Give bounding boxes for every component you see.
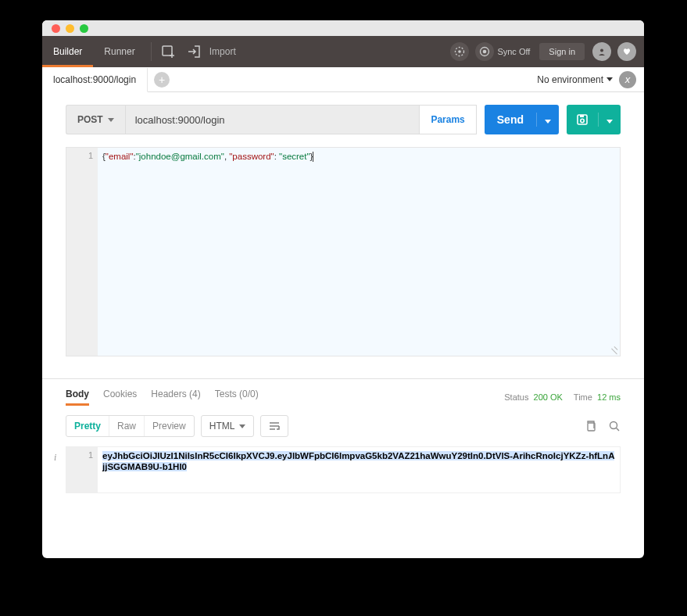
topbar-divider — [151, 42, 152, 61]
close-dot[interactable] — [52, 24, 60, 33]
environment-selector[interactable]: No environment — [537, 74, 613, 85]
import-icon[interactable] — [186, 44, 202, 59]
tab-tests[interactable]: Tests (0/0) — [215, 389, 259, 406]
response-text: eyJhbGciOiJIUzI1NiIsInR5cCI6IkpXVCJ9.eyJ… — [102, 451, 614, 471]
view-preview[interactable]: Preview — [144, 416, 194, 436]
editor-gutter: 1 — [66, 148, 98, 356]
new-icon[interactable] — [161, 44, 177, 59]
environment-label: No environment — [537, 74, 603, 85]
method-label: POST — [77, 114, 103, 125]
request-body-editor[interactable]: 1 {"email":"johndoe@gmail.com", "passwor… — [66, 147, 621, 356]
resize-handle[interactable] — [609, 345, 618, 354]
copy-icon — [585, 420, 597, 432]
environment-quicklook-icon[interactable]: x — [619, 71, 636, 88]
view-mode-group: Pretty Raw Preview — [66, 415, 195, 437]
chevron-down-icon — [606, 77, 613, 81]
response-status: Status 200 OK Time 12 ms — [504, 392, 621, 402]
response-body: i 1 eyJhbGciOiJIUzI1NiIsInR5cCI6IkpXVCJ9… — [66, 446, 621, 493]
svg-point-7 — [600, 49, 603, 52]
tab-builder[interactable]: Builder — [42, 36, 93, 67]
params-button[interactable]: Params — [420, 105, 476, 134]
tab-headers[interactable]: Headers (4) — [151, 389, 200, 406]
add-tab-button[interactable]: + — [154, 72, 170, 88]
method-selector[interactable]: POST — [66, 105, 125, 134]
signin-button[interactable]: Sign in — [539, 43, 585, 60]
url-input[interactable] — [125, 105, 420, 134]
interceptor-icon[interactable] — [450, 42, 469, 61]
svg-point-4 — [459, 50, 462, 53]
editor-code[interactable]: {"email":"johndoe@gmail.com", "password"… — [98, 148, 620, 356]
request-tab[interactable]: localhost:9000/login — [42, 68, 148, 92]
format-selector[interactable]: HTML — [201, 415, 255, 437]
chevron-down-icon — [606, 120, 613, 124]
send-label: Send — [485, 113, 536, 126]
send-button[interactable]: Send — [485, 105, 559, 134]
search-icon — [608, 420, 621, 432]
format-label: HTML — [209, 421, 235, 432]
tab-body[interactable]: Body — [66, 389, 89, 406]
window-titlebar — [42, 20, 644, 36]
response-text-area[interactable]: eyJhbGciOiJIUzI1NiIsInR5cCI6IkpXVCJ9.eyJ… — [98, 447, 620, 492]
sync-icon[interactable] — [475, 42, 494, 61]
app-topbar: Builder Runner Import Sync Off Sign in — [42, 36, 644, 67]
svg-point-9 — [581, 119, 584, 122]
search-button[interactable] — [608, 420, 621, 432]
svg-rect-0 — [163, 46, 172, 56]
wrap-button[interactable] — [260, 415, 288, 437]
chevron-down-icon — [239, 424, 245, 428]
save-button[interactable] — [567, 105, 621, 134]
heart-icon[interactable] — [617, 42, 636, 61]
response-gutter: i 1 — [66, 447, 98, 492]
info-icon[interactable]: i — [54, 452, 56, 464]
wrap-icon — [269, 421, 280, 431]
request-row: POST Params Send — [42, 92, 644, 141]
tab-cookies[interactable]: Cookies — [103, 389, 137, 406]
sync-label: Sync Off — [497, 47, 530, 56]
import-label[interactable]: Import — [209, 46, 236, 57]
send-dropdown[interactable] — [536, 113, 559, 127]
copy-button[interactable] — [585, 420, 597, 432]
view-raw[interactable]: Raw — [109, 416, 144, 436]
svg-line-16 — [617, 428, 620, 432]
minimize-dot[interactable] — [66, 24, 74, 33]
chevron-down-icon — [108, 118, 114, 122]
svg-rect-10 — [580, 115, 584, 117]
svg-point-15 — [610, 422, 617, 429]
response-toolbar: Pretty Raw Preview HTML — [42, 406, 644, 446]
save-dropdown[interactable] — [598, 113, 621, 127]
maximize-dot[interactable] — [80, 24, 88, 33]
notifications-icon[interactable] — [592, 42, 611, 61]
response-tabs: Body Cookies Headers (4) Tests (0/0) Sta… — [42, 379, 644, 406]
chevron-down-icon — [545, 120, 551, 124]
request-tabbar: localhost:9000/login + No environment x — [42, 67, 644, 92]
tab-runner[interactable]: Runner — [93, 36, 145, 67]
save-icon — [567, 113, 598, 126]
svg-point-6 — [483, 50, 487, 54]
view-pretty[interactable]: Pretty — [66, 416, 109, 436]
